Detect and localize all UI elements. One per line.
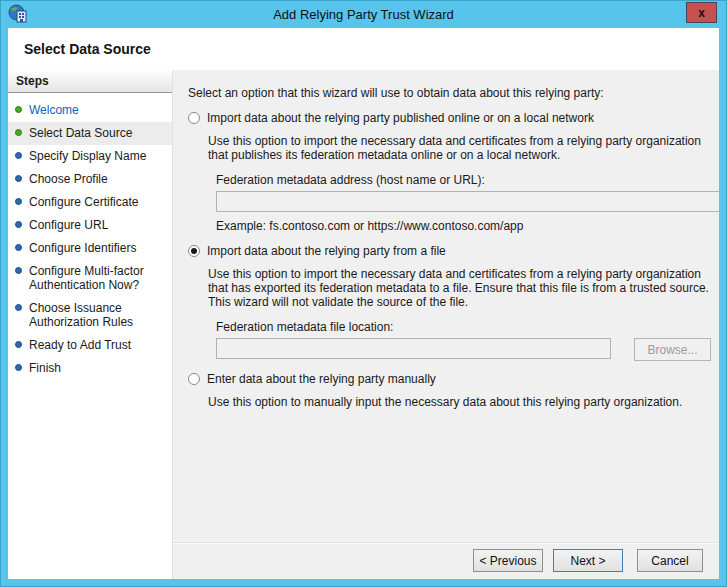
- previous-button[interactable]: < Previous: [473, 549, 543, 572]
- metadata-file-label: Federation metadata file location:: [216, 320, 711, 334]
- dialog-body: Steps Welcome Select Data Source Specify…: [8, 70, 719, 579]
- step-todo-icon: [15, 175, 22, 182]
- option-import-file-description: Use this option to import the necessary …: [208, 267, 711, 309]
- option-import-online[interactable]: Import data about the relying party publ…: [188, 111, 711, 125]
- metadata-file-input[interactable]: [216, 338, 611, 359]
- step-todo-icon: [15, 152, 22, 159]
- step-todo-icon: [15, 221, 22, 228]
- cancel-button[interactable]: Cancel: [637, 549, 703, 572]
- dialog-frame: Select Data Source Steps Welcome Select …: [8, 28, 719, 579]
- wizard-window: Add Relying Party Trust Wizard x Select …: [0, 0, 727, 587]
- option-import-file[interactable]: Import data about the relying party from…: [188, 244, 711, 258]
- button-bar: < Previous Next > Cancel: [173, 542, 719, 579]
- option-import-online-description: Use this option to import the necessary …: [208, 134, 711, 162]
- radio-import-file[interactable]: [188, 245, 200, 257]
- metadata-address-input[interactable]: [216, 191, 719, 212]
- radio-enter-manually[interactable]: [188, 373, 200, 385]
- step-configure-url: Configure URL: [8, 214, 172, 237]
- metadata-address-label: Federation metadata address (host name o…: [216, 173, 711, 187]
- content-main: Select an option that this wizard will u…: [173, 70, 719, 542]
- page-title: Select Data Source: [8, 28, 719, 70]
- option-enter-manually-description: Use this option to manually input the ne…: [208, 395, 711, 409]
- step-welcome[interactable]: Welcome: [8, 99, 172, 122]
- window-title: Add Relying Party Trust Wizard: [1, 1, 726, 28]
- next-button[interactable]: Next >: [553, 549, 623, 572]
- step-configure-mfa: Configure Multi-factor Authentication No…: [8, 260, 172, 297]
- intro-text: Select an option that this wizard will u…: [188, 86, 711, 100]
- titlebar: Add Relying Party Trust Wizard x: [1, 1, 726, 28]
- step-finish: Finish: [8, 357, 172, 380]
- step-configure-identifiers: Configure Identifiers: [8, 237, 172, 260]
- browse-button[interactable]: Browse...: [634, 338, 711, 361]
- close-icon: x: [698, 6, 705, 20]
- step-select-data-source: Select Data Source: [8, 122, 172, 145]
- step-ready-to-add-trust: Ready to Add Trust: [8, 334, 172, 357]
- step-done-icon: [15, 129, 22, 136]
- option-enter-manually[interactable]: Enter data about the relying party manua…: [188, 372, 711, 386]
- step-todo-icon: [15, 364, 22, 371]
- step-choose-issuance-rules: Choose Issuance Authorization Rules: [8, 297, 172, 334]
- step-todo-icon: [15, 267, 22, 274]
- content-pane: Select an option that this wizard will u…: [173, 70, 719, 579]
- step-configure-certificate: Configure Certificate: [8, 191, 172, 214]
- close-button[interactable]: x: [686, 2, 717, 23]
- metadata-address-group: Federation metadata address (host name o…: [216, 173, 711, 233]
- step-todo-icon: [15, 304, 22, 311]
- steps-sidebar: Steps Welcome Select Data Source Specify…: [8, 70, 173, 579]
- radio-import-online[interactable]: [188, 112, 200, 124]
- step-done-icon: [15, 106, 22, 113]
- metadata-file-row: Browse...: [216, 338, 711, 361]
- step-todo-icon: [15, 198, 22, 205]
- step-specify-display-name: Specify Display Name: [8, 145, 172, 168]
- metadata-address-example: Example: fs.contoso.com or https://www.c…: [216, 219, 711, 233]
- step-todo-icon: [15, 244, 22, 251]
- steps-list: Welcome Select Data Source Specify Displ…: [8, 93, 172, 380]
- metadata-file-group: Federation metadata file location: Brows…: [216, 320, 711, 361]
- step-choose-profile: Choose Profile: [8, 168, 172, 191]
- steps-header: Steps: [8, 70, 172, 93]
- step-todo-icon: [15, 341, 22, 348]
